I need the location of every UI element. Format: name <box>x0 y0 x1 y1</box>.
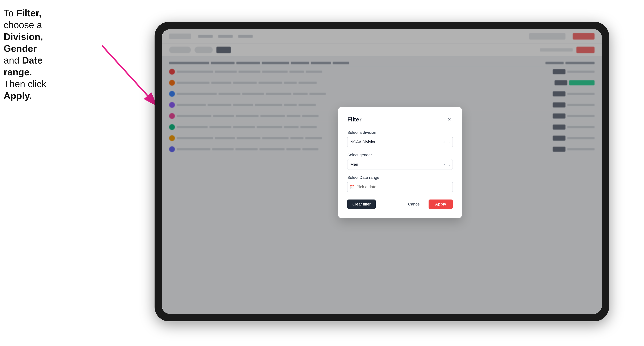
tablet-screen: Filter × Select a division NCAA Division… <box>162 29 602 314</box>
date-input-wrapper: 📅 <box>347 182 453 192</box>
modal-overlay: Filter × Select a division NCAA Division… <box>162 29 602 314</box>
gender-label: Select gender <box>347 153 453 157</box>
gender-form-group: Select gender Men Women × ⌄ <box>347 153 453 170</box>
date-label: Select Date range <box>347 175 453 180</box>
calendar-icon: 📅 <box>350 185 355 189</box>
filter-modal: Filter × Select a division NCAA Division… <box>338 107 462 218</box>
cancel-button[interactable]: Cancel <box>403 199 426 209</box>
tablet-shell: Filter × Select a division NCAA Division… <box>154 22 609 321</box>
modal-close-button[interactable]: × <box>446 116 453 123</box>
gender-clear-icon[interactable]: × <box>443 162 446 167</box>
division-select-wrapper: NCAA Division I NCAA Division II NCAA Di… <box>347 137 453 147</box>
division-select[interactable]: NCAA Division I NCAA Division II NCAA Di… <box>347 137 453 147</box>
svg-line-1 <box>102 45 156 105</box>
instruction-text: To Filter, choose a Division, Gender and… <box>4 7 62 102</box>
modal-footer-right: Cancel Apply <box>403 199 453 209</box>
app-background: Filter × Select a division NCAA Division… <box>162 29 602 314</box>
apply-button[interactable]: Apply <box>428 199 453 209</box>
modal-header: Filter × <box>347 116 453 123</box>
date-form-group: Select Date range 📅 <box>347 175 453 192</box>
instruction-line4: Then click Apply. <box>4 79 46 101</box>
clear-filter-button[interactable]: Clear filter <box>347 199 376 209</box>
division-form-group: Select a division NCAA Division I NCAA D… <box>347 130 453 147</box>
instruction-line3: and Date range. <box>4 55 42 77</box>
date-input[interactable] <box>347 182 453 192</box>
instruction-line1: To Filter, choose a <box>4 8 42 30</box>
modal-title: Filter <box>347 116 362 123</box>
modal-footer: Clear filter Cancel Apply <box>347 199 453 209</box>
gender-select-wrapper: Men Women × ⌄ <box>347 159 453 170</box>
gender-select[interactable]: Men Women <box>347 159 453 170</box>
division-label: Select a division <box>347 130 453 135</box>
division-clear-icon[interactable]: × <box>443 140 446 144</box>
instruction-bold-division: Division, Gender <box>4 31 43 54</box>
